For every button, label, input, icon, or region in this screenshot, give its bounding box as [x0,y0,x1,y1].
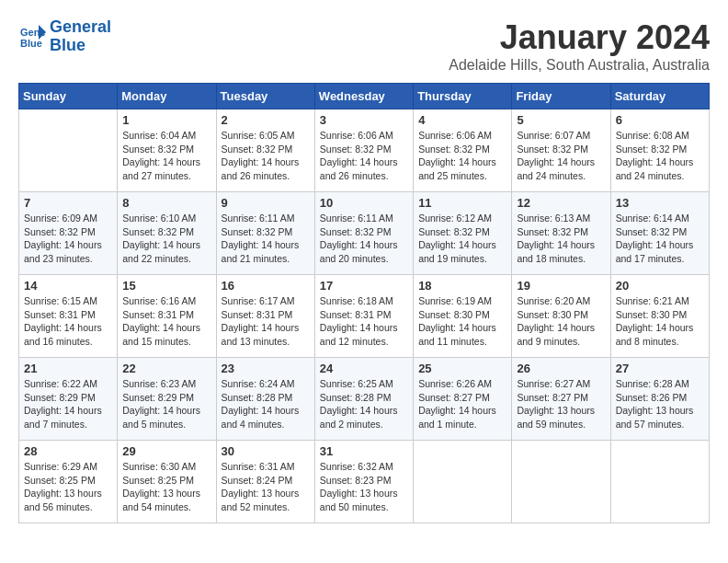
day-info: Sunrise: 6:25 AM Sunset: 8:28 PM Dayligh… [320,377,408,431]
calendar-cell: 11 Sunrise: 6:12 AM Sunset: 8:32 PM Dayl… [414,192,512,275]
calendar-cell: 12 Sunrise: 6:13 AM Sunset: 8:32 PM Dayl… [512,192,610,275]
day-number: 9 [222,196,310,210]
calendar-cell: 6 Sunrise: 6:08 AM Sunset: 8:32 PM Dayli… [610,109,709,192]
calendar-cell: 8 Sunrise: 6:10 AM Sunset: 8:32 PM Dayli… [118,192,216,275]
calendar-cell: 29 Sunrise: 6:30 AM Sunset: 8:25 PM Dayl… [118,441,216,523]
logo-line2: Blue [50,36,85,54]
day-info: Sunrise: 6:22 AM Sunset: 8:29 PM Dayligh… [24,377,112,431]
day-number: 30 [222,444,310,458]
calendar-cell: 3 Sunrise: 6:06 AM Sunset: 8:32 PM Dayli… [314,109,413,192]
header-wednesday: Wednesday [314,84,413,109]
calendar-cell: 19 Sunrise: 6:20 AM Sunset: 8:30 PM Dayl… [512,275,610,358]
calendar-cell: 7 Sunrise: 6:09 AM Sunset: 8:32 PM Dayli… [19,192,118,275]
calendar-cell: 14 Sunrise: 6:15 AM Sunset: 8:31 PM Dayl… [19,275,118,358]
calendar-cell: 26 Sunrise: 6:27 AM Sunset: 8:27 PM Dayl… [512,358,610,441]
day-number: 31 [320,444,408,458]
calendar-title: January 2024 [449,18,710,57]
header-sunday: Sunday [19,84,118,109]
calendar-cell: 15 Sunrise: 6:16 AM Sunset: 8:31 PM Dayl… [118,275,216,358]
day-number: 29 [122,444,210,458]
calendar-table: Sunday Monday Tuesday Wednesday Thursday… [18,83,710,523]
day-info: Sunrise: 6:14 AM Sunset: 8:32 PM Dayligh… [616,212,704,266]
day-number: 17 [320,279,408,293]
day-info: Sunrise: 6:26 AM Sunset: 8:27 PM Dayligh… [418,377,506,431]
calendar-cell: 9 Sunrise: 6:11 AM Sunset: 8:32 PM Dayli… [216,192,314,275]
day-number: 27 [616,362,704,375]
day-info: Sunrise: 6:04 AM Sunset: 8:32 PM Dayligh… [122,129,210,183]
day-number: 20 [616,279,704,293]
day-info: Sunrise: 6:19 AM Sunset: 8:30 PM Dayligh… [418,294,506,349]
day-info: Sunrise: 6:08 AM Sunset: 8:32 PM Dayligh… [616,129,704,183]
calendar-cell: 10 Sunrise: 6:11 AM Sunset: 8:32 PM Dayl… [314,192,413,275]
day-info: Sunrise: 6:23 AM Sunset: 8:29 PM Dayligh… [122,377,210,431]
day-number: 24 [320,362,408,375]
calendar-cell [512,441,610,523]
logo-line1: General [50,17,111,36]
calendar-cell: 25 Sunrise: 6:26 AM Sunset: 8:27 PM Dayl… [414,358,512,441]
day-info: Sunrise: 6:27 AM Sunset: 8:27 PM Dayligh… [517,377,605,431]
calendar-cell: 2 Sunrise: 6:05 AM Sunset: 8:32 PM Dayli… [216,109,314,192]
day-number: 28 [24,444,112,458]
calendar-cell: 22 Sunrise: 6:23 AM Sunset: 8:29 PM Dayl… [118,358,216,441]
title-section: January 2024 Adelaide Hills, South Austr… [449,18,710,74]
calendar-cell [19,109,118,192]
day-number: 6 [616,113,704,127]
header-saturday: Saturday [610,84,709,109]
day-info: Sunrise: 6:29 AM Sunset: 8:25 PM Dayligh… [24,460,112,514]
logo: General Blue General Blue [18,18,111,55]
day-number: 1 [122,113,210,127]
day-number: 8 [122,196,210,210]
calendar-week-row: 1 Sunrise: 6:04 AM Sunset: 8:32 PM Dayli… [19,109,710,192]
calendar-cell: 27 Sunrise: 6:28 AM Sunset: 8:26 PM Dayl… [610,358,709,441]
day-number: 12 [517,196,605,210]
calendar-cell: 28 Sunrise: 6:29 AM Sunset: 8:25 PM Dayl… [19,441,118,523]
day-number: 10 [320,196,408,210]
day-number: 16 [222,279,310,293]
calendar-week-row: 28 Sunrise: 6:29 AM Sunset: 8:25 PM Dayl… [19,441,710,523]
day-number: 19 [517,279,605,293]
day-number: 22 [122,362,210,375]
day-info: Sunrise: 6:32 AM Sunset: 8:23 PM Dayligh… [320,460,408,514]
calendar-cell: 4 Sunrise: 6:06 AM Sunset: 8:32 PM Dayli… [414,109,512,192]
header-thursday: Thursday [414,84,512,109]
header-friday: Friday [512,84,610,109]
day-info: Sunrise: 6:28 AM Sunset: 8:26 PM Dayligh… [616,377,704,431]
day-number: 3 [320,113,408,127]
calendar-week-row: 14 Sunrise: 6:15 AM Sunset: 8:31 PM Dayl… [19,275,710,358]
header-tuesday: Tuesday [216,84,314,109]
calendar-cell: 24 Sunrise: 6:25 AM Sunset: 8:28 PM Dayl… [314,358,413,441]
day-number: 18 [418,279,506,293]
calendar-cell: 20 Sunrise: 6:21 AM Sunset: 8:30 PM Dayl… [610,275,709,358]
day-info: Sunrise: 6:09 AM Sunset: 8:32 PM Dayligh… [24,212,112,266]
calendar-cell: 18 Sunrise: 6:19 AM Sunset: 8:30 PM Dayl… [414,275,512,358]
day-number: 2 [222,113,310,127]
day-number: 21 [24,362,112,375]
day-number: 26 [517,362,605,375]
day-number: 25 [418,362,506,375]
day-info: Sunrise: 6:18 AM Sunset: 8:31 PM Dayligh… [320,294,408,349]
day-info: Sunrise: 6:10 AM Sunset: 8:32 PM Dayligh… [122,212,210,266]
day-info: Sunrise: 6:24 AM Sunset: 8:28 PM Dayligh… [222,377,310,431]
day-info: Sunrise: 6:17 AM Sunset: 8:31 PM Dayligh… [222,294,310,349]
day-info: Sunrise: 6:11 AM Sunset: 8:32 PM Dayligh… [320,212,408,266]
day-info: Sunrise: 6:05 AM Sunset: 8:32 PM Dayligh… [222,129,310,183]
day-info: Sunrise: 6:20 AM Sunset: 8:30 PM Dayligh… [517,294,605,349]
day-info: Sunrise: 6:16 AM Sunset: 8:31 PM Dayligh… [122,294,210,349]
calendar-cell: 31 Sunrise: 6:32 AM Sunset: 8:23 PM Dayl… [314,441,413,523]
day-number: 11 [418,196,506,210]
calendar-cell: 30 Sunrise: 6:31 AM Sunset: 8:24 PM Dayl… [216,441,314,523]
day-number: 15 [122,279,210,293]
day-number: 13 [616,196,704,210]
calendar-cell: 13 Sunrise: 6:14 AM Sunset: 8:32 PM Dayl… [610,192,709,275]
day-info: Sunrise: 6:11 AM Sunset: 8:32 PM Dayligh… [222,212,310,266]
day-info: Sunrise: 6:21 AM Sunset: 8:30 PM Dayligh… [616,294,704,349]
calendar-cell: 5 Sunrise: 6:07 AM Sunset: 8:32 PM Dayli… [512,109,610,192]
svg-text:Blue: Blue [20,38,42,49]
day-info: Sunrise: 6:06 AM Sunset: 8:32 PM Dayligh… [320,129,408,183]
calendar-cell [414,441,512,523]
calendar-week-row: 21 Sunrise: 6:22 AM Sunset: 8:29 PM Dayl… [19,358,710,441]
calendar-cell: 17 Sunrise: 6:18 AM Sunset: 8:31 PM Dayl… [314,275,413,358]
calendar-cell: 1 Sunrise: 6:04 AM Sunset: 8:32 PM Dayli… [118,109,216,192]
day-info: Sunrise: 6:13 AM Sunset: 8:32 PM Dayligh… [517,212,605,266]
day-info: Sunrise: 6:31 AM Sunset: 8:24 PM Dayligh… [222,460,310,514]
